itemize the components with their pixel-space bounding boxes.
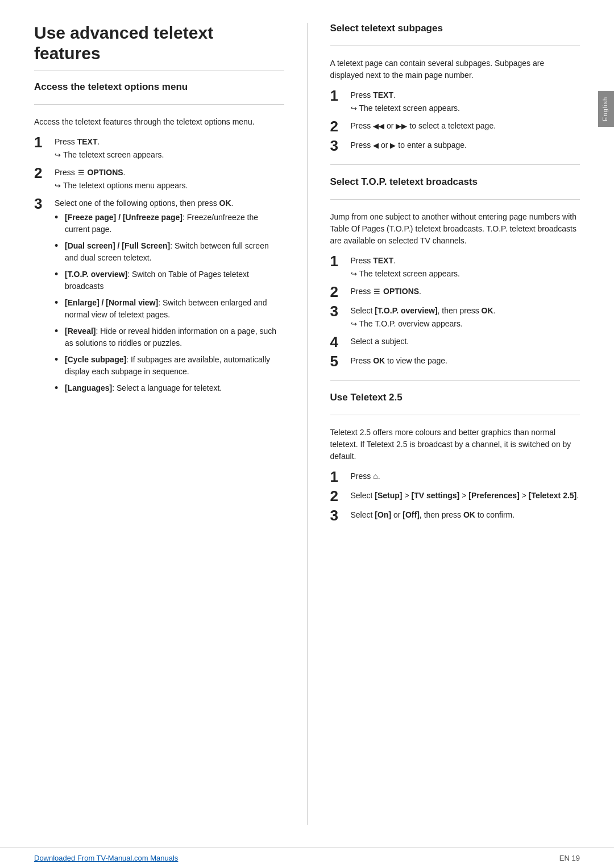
bullet-text-reveal: [Reveal]: Hide or reveal hidden informat… <box>65 325 284 349</box>
right-column: Select teletext subpages A teletext page… <box>308 23 580 825</box>
section-intro-top: Jump from one subject to another without… <box>330 211 580 247</box>
step-content-top-4: Select a subject. <box>351 336 580 348</box>
footer-link[interactable]: Downloaded From TV-Manual.com Manuals <box>34 854 178 862</box>
bullet-text-cycle: [Cycle subpage]: If subpages are availab… <box>65 354 284 378</box>
step-arrow-2: ↪The teletext options menu appears. <box>55 180 284 192</box>
bullet-languages: • [Languages]: Select a language for tel… <box>55 382 284 396</box>
step-3-tt25: 3 Select [On] or [Off], then press OK to… <box>330 509 580 523</box>
step-number-2: 2 <box>34 166 55 180</box>
section-heading-subpages: Select teletext subpages <box>330 23 580 34</box>
section-heading-access: Access the teletext options menu <box>34 81 284 93</box>
nav-icon-left2: ◀ <box>373 141 379 150</box>
step-3-subpages: 3 Press ◀ or ▶ to enter a subpage. <box>330 139 580 153</box>
step-content-tt25-3: Select [On] or [Off], then press OK to c… <box>351 509 580 521</box>
key-options-2: OPTIONS <box>88 168 123 177</box>
bullet-text-languages: [Languages]: Select a language for telet… <box>65 382 284 394</box>
divider-subpages <box>330 46 580 46</box>
step-content-tt25-1: Press ⌂. <box>351 470 580 482</box>
key-off: [Off] <box>403 510 420 519</box>
key-preferences: [Preferences] <box>468 491 520 500</box>
step-number-top-5: 5 <box>330 354 351 369</box>
bullet-text-freeze: [Freeze page] / [Unfreeze page]: Freeze/… <box>65 212 284 235</box>
step-content-sp-3: Press ◀ or ▶ to enter a subpage. <box>351 139 580 151</box>
bullet-freeze: • [Freeze page] / [Unfreeze page]: Freez… <box>55 212 284 235</box>
section-heading-tt25: Use Teletext 2.5 <box>330 392 580 403</box>
step-number-top-4: 4 <box>330 334 351 349</box>
key-ok-top3: OK <box>482 306 493 315</box>
step-1-tt25: 1 Press ⌂. <box>330 470 580 484</box>
step-content-sp-1: Press TEXT. ↪The teletext screen appears… <box>351 89 580 114</box>
bullet-text-top: [T.O.P. overview]: Switch on Table of Pa… <box>65 268 284 292</box>
step-3-access: 3 Select one of the following options, t… <box>34 197 284 400</box>
step-number-tt25-1: 1 <box>330 469 351 484</box>
step-2-access: 2 Press ☰ OPTIONS. ↪The teletext options… <box>34 167 284 192</box>
steps-tt25: 1 Press ⌂. 2 Select [Setup] > [TV settin… <box>330 470 580 523</box>
step-number-3: 3 <box>34 196 55 211</box>
step-number-tt25-3: 3 <box>330 508 351 523</box>
step-content-top-2: Press ☰ OPTIONS. <box>351 286 580 297</box>
key-text-top1: TEXT <box>373 256 393 265</box>
step-1-subpages: 1 Press TEXT. ↪The teletext screen appea… <box>330 89 580 114</box>
left-column: Use advanced teletext features Access th… <box>34 23 308 825</box>
options-icon-2: ☰ <box>78 167 85 179</box>
divider-top2 <box>330 199 580 200</box>
section-intro-access: Access the teletext features through the… <box>34 116 284 128</box>
home-icon: ⌂ <box>373 472 377 481</box>
key-ok-top5: OK <box>373 356 385 365</box>
nav-icon-right: ▶▶ <box>396 122 407 130</box>
bullet-enlarge: • [Enlarge] / [Normal view]: Switch betw… <box>55 297 284 321</box>
section-access-options: Access the teletext options menu Access … <box>34 81 284 400</box>
bullet-top: • [T.O.P. overview]: Switch on Table of … <box>55 268 284 292</box>
section-subpages: Select teletext subpages A teletext page… <box>330 23 580 153</box>
bullet-cycle: • [Cycle subpage]: If subpages are avail… <box>55 354 284 378</box>
step-number-top-3: 3 <box>330 304 351 319</box>
step-arrow-sp1: ↪The teletext screen appears. <box>351 102 580 114</box>
step-3-top: 3 Select [T.O.P. overview], then press O… <box>330 305 580 330</box>
step-content-2: Press ☰ OPTIONS. ↪The teletext options m… <box>55 167 284 192</box>
divider-top <box>330 164 580 165</box>
key-topoverview: [T.O.P. overview] <box>375 306 437 315</box>
step-content-3: Select one of the following options, the… <box>55 197 284 400</box>
step-1-top: 1 Press TEXT. ↪The teletext screen appea… <box>330 255 580 280</box>
options-icon-top2: ☰ <box>374 286 380 297</box>
section-intro-subpages: A teletext page can contain several subp… <box>330 57 580 81</box>
bullet-text-enlarge: [Enlarge] / [Normal view]: Switch betwee… <box>65 297 284 321</box>
step-content-top-1: Press TEXT. ↪The teletext screen appears… <box>351 255 580 280</box>
step-2-top: 2 Press ☰ OPTIONS. <box>330 286 580 299</box>
step-number-top-1: 1 <box>330 254 351 268</box>
step-arrow-1: ↪The teletext screen appears. <box>55 149 284 161</box>
key-text-sp1: TEXT <box>373 90 393 100</box>
page-title: Use advanced teletext features <box>34 23 284 71</box>
step-1-access: 1 Press TEXT. ↪The teletext screen appea… <box>34 136 284 161</box>
step-2-subpages: 2 Press ◀◀ or ▶▶ to select a teletext pa… <box>330 120 580 134</box>
key-tvsettings: [TV settings] <box>412 491 460 500</box>
key-options-top2: OPTIONS <box>383 287 419 296</box>
step-content-sp-2: Press ◀◀ or ▶▶ to select a teletext page… <box>351 120 580 132</box>
page-footer: Downloaded From TV-Manual.com Manuals EN… <box>0 848 614 868</box>
section-teletext25: Use Teletext 2.5 Teletext 2.5 offers mor… <box>330 392 580 523</box>
section-intro-tt25: Teletext 2.5 offers more colours and bet… <box>330 427 580 462</box>
step-arrow-top1: ↪The teletext screen appears. <box>351 268 580 280</box>
step-arrow-top3: ↪The T.O.P. overview appears. <box>351 318 580 330</box>
step-2-tt25: 2 Select [Setup] > [TV settings] > [Pref… <box>330 490 580 503</box>
bullet-text-dual: [Dual screen] / [Full Screen]: Switch be… <box>65 240 284 264</box>
side-tab-english: English <box>598 91 614 127</box>
divider-teletext25 <box>330 380 580 381</box>
key-ok-tt25: OK <box>463 510 475 519</box>
step-content-top-5: Press OK to view the page. <box>351 355 580 367</box>
step-number-sp-2: 2 <box>330 119 351 134</box>
steps-top: 1 Press TEXT. ↪The teletext screen appea… <box>330 255 580 369</box>
bullet-reveal: • [Reveal]: Hide or reveal hidden inform… <box>55 325 284 349</box>
bullet-dual: • [Dual screen] / [Full Screen]: Switch … <box>55 240 284 264</box>
step-number-sp-1: 1 <box>330 88 351 103</box>
section-heading-top: Select T.O.P. teletext broadcasts <box>330 176 580 188</box>
key-teletext25: [Teletext 2.5] <box>529 491 577 500</box>
nav-icon-left: ◀◀ <box>373 122 384 130</box>
step-content-top-3: Select [T.O.P. overview], then press OK.… <box>351 305 580 330</box>
bullet-list-3: • [Freeze page] / [Unfreeze page]: Freez… <box>55 212 284 396</box>
step-content-tt25-2: Select [Setup] > [TV settings] > [Prefer… <box>351 490 580 502</box>
key-text-1: TEXT <box>77 137 98 146</box>
step-5-top: 5 Press OK to view the page. <box>330 355 580 369</box>
divider-access <box>34 104 284 105</box>
step-4-top: 4 Select a subject. <box>330 336 580 349</box>
